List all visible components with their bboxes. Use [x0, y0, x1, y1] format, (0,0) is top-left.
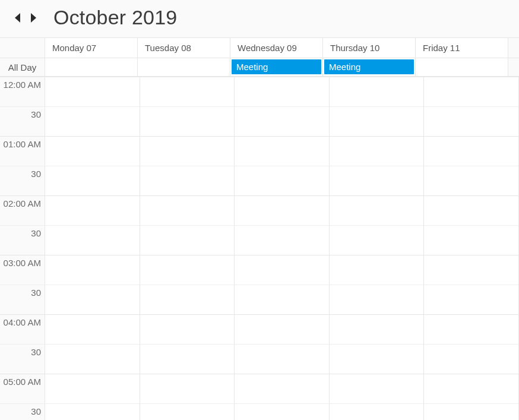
time-cell[interactable] [330, 374, 425, 403]
time-cell[interactable] [330, 225, 425, 255]
time-cell[interactable] [235, 195, 330, 225]
time-cell[interactable] [330, 195, 425, 225]
time-cell[interactable] [330, 136, 425, 166]
time-cell[interactable] [330, 403, 425, 420]
allday-cell[interactable] [416, 58, 508, 76]
time-label-hour: 04:00 AM [0, 314, 45, 344]
time-cell[interactable] [235, 285, 330, 314]
time-cell[interactable] [235, 255, 330, 285]
time-cell[interactable] [424, 374, 519, 403]
allday-cell[interactable]: Meeting [230, 58, 323, 76]
time-cell[interactable] [45, 106, 140, 136]
time-label-hour: 02:00 AM [0, 195, 45, 225]
time-cell[interactable] [235, 403, 330, 420]
allday-cell[interactable] [45, 58, 138, 76]
time-cell[interactable] [45, 77, 140, 106]
svg-marker-0 [15, 13, 20, 23]
time-cell[interactable] [330, 344, 425, 374]
time-label-half: 30 [0, 285, 45, 314]
time-cell[interactable] [424, 314, 519, 344]
time-cell[interactable] [330, 166, 425, 195]
time-cell[interactable] [45, 314, 140, 344]
time-cell[interactable] [235, 374, 330, 403]
day-header[interactable]: Wednesday 09 [230, 38, 323, 58]
time-cell[interactable] [235, 136, 330, 166]
time-cell[interactable] [45, 255, 140, 285]
day-header[interactable]: Friday 11 [416, 38, 508, 58]
time-label-hour: 03:00 AM [0, 255, 45, 285]
time-cell[interactable] [424, 195, 519, 225]
time-cell[interactable] [140, 225, 235, 255]
time-cell[interactable] [424, 106, 519, 136]
time-cell[interactable] [235, 225, 330, 255]
time-cell[interactable] [235, 106, 330, 136]
header-corner [0, 38, 45, 58]
calendar-title: October 2019 [53, 6, 177, 29]
prev-button[interactable] [12, 11, 24, 25]
calendar-week-view: October 2019 Monday 07 Tuesday 08 Wednes… [0, 0, 519, 420]
time-cell[interactable] [140, 403, 235, 420]
time-cell[interactable] [45, 374, 140, 403]
time-cell[interactable] [424, 225, 519, 255]
time-label-half: 30 [0, 403, 45, 420]
time-cell[interactable] [424, 136, 519, 166]
allday-row: All Day Meeting Meeting [0, 58, 519, 77]
time-cell[interactable] [424, 77, 519, 106]
time-cell[interactable] [140, 255, 235, 285]
time-cell[interactable] [45, 344, 140, 374]
time-cell[interactable] [330, 106, 425, 136]
time-cell[interactable] [45, 403, 140, 420]
time-cell[interactable] [330, 314, 425, 344]
time-cell[interactable] [140, 374, 235, 403]
time-cell[interactable] [235, 166, 330, 195]
time-label-half: 30 [0, 344, 45, 374]
time-label-half: 30 [0, 225, 45, 255]
time-grid: 12:00 AM3001:00 AM3002:00 AM3003:00 AM30… [0, 77, 519, 420]
day-header[interactable]: Thursday 10 [323, 38, 416, 58]
day-header[interactable]: Monday 07 [45, 38, 138, 58]
time-cell[interactable] [235, 344, 330, 374]
time-cell[interactable] [140, 314, 235, 344]
scrollbar-gutter [508, 58, 519, 76]
time-cell[interactable] [235, 77, 330, 106]
time-label-half: 30 [0, 106, 45, 136]
svg-marker-1 [31, 13, 36, 23]
chevron-left-icon [14, 12, 22, 23]
allday-cell[interactable]: Meeting [323, 58, 416, 76]
time-cell[interactable] [45, 195, 140, 225]
time-cell[interactable] [424, 166, 519, 195]
time-cell[interactable] [140, 166, 235, 195]
time-label-half: 30 [0, 166, 45, 195]
time-cell[interactable] [424, 255, 519, 285]
allday-event[interactable]: Meeting [324, 59, 414, 74]
allday-label: All Day [0, 58, 45, 76]
time-cell[interactable] [45, 225, 140, 255]
next-button[interactable] [27, 11, 39, 25]
time-cell[interactable] [330, 255, 425, 285]
time-cell[interactable] [330, 285, 425, 314]
time-cell[interactable] [424, 403, 519, 420]
day-header-row: Monday 07 Tuesday 08 Wednesday 09 Thursd… [0, 37, 519, 58]
time-label-hour: 01:00 AM [0, 136, 45, 166]
time-cell[interactable] [140, 344, 235, 374]
time-cell[interactable] [45, 285, 140, 314]
calendar-header: October 2019 [0, 0, 519, 37]
time-cell[interactable] [330, 77, 425, 106]
time-grid-wrapper: 12:00 AM3001:00 AM3002:00 AM3003:00 AM30… [0, 77, 519, 420]
time-cell[interactable] [424, 344, 519, 374]
time-label-hour: 12:00 AM [0, 77, 45, 106]
time-cell[interactable] [140, 77, 235, 106]
time-cell[interactable] [45, 166, 140, 195]
time-cell[interactable] [45, 136, 140, 166]
day-header[interactable]: Tuesday 08 [138, 38, 230, 58]
time-cell[interactable] [140, 195, 235, 225]
allday-event[interactable]: Meeting [232, 59, 321, 74]
allday-cell[interactable] [138, 58, 230, 76]
time-cell[interactable] [424, 285, 519, 314]
time-cell[interactable] [140, 285, 235, 314]
time-cell[interactable] [140, 136, 235, 166]
chevron-right-icon [29, 12, 37, 23]
time-cell[interactable] [235, 314, 330, 344]
time-cell[interactable] [140, 106, 235, 136]
time-grid-scroll[interactable]: 12:00 AM3001:00 AM3002:00 AM3003:00 AM30… [0, 77, 519, 420]
